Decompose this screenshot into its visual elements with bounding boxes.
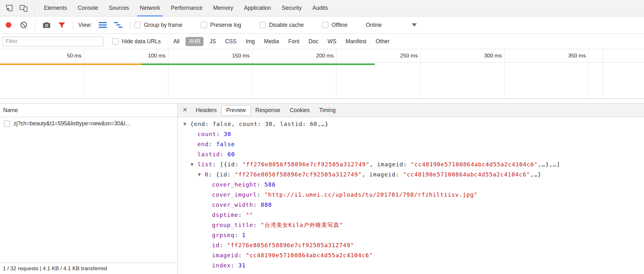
tree-part-name: cover_width bbox=[212, 201, 253, 208]
disable-cache-label: Disable cache bbox=[269, 22, 304, 28]
tree-part-name: dsptime bbox=[212, 211, 238, 218]
tree-line[interactable]: cover_width: 880 bbox=[178, 200, 644, 210]
filter-input[interactable] bbox=[2, 37, 103, 46]
tree-line[interactable]: ▼0: {id: "ff276e8056f58896e7cf92505a3127… bbox=[178, 170, 644, 180]
show-overview-waterfall-icon[interactable] bbox=[114, 21, 123, 29]
tree-line[interactable]: imageid: "cc48190e57100864abc4d55a2c4104… bbox=[178, 250, 644, 260]
screenshot-camera-icon[interactable] bbox=[42, 21, 51, 29]
tab-network[interactable]: Network bbox=[134, 0, 165, 16]
main-tabs: ElementsConsoleSourcesNetworkPerformance… bbox=[39, 0, 333, 16]
requests-summary: 1 / 32 requests | 4.1 KB / 4.1 KB transf… bbox=[3, 265, 107, 272]
checkbox-box bbox=[201, 22, 207, 28]
detail-tab-response[interactable]: Response bbox=[251, 105, 285, 116]
tree-line[interactable]: dsptime: "" bbox=[178, 210, 644, 220]
filter-pill-js[interactable]: JS bbox=[206, 37, 219, 46]
tree-part-plain: ,…} bbox=[530, 171, 542, 178]
file-icon bbox=[4, 121, 10, 127]
tab-audits[interactable]: Audits bbox=[307, 0, 333, 16]
tab-security[interactable]: Security bbox=[276, 0, 307, 16]
tree-part-name: lastid bbox=[197, 151, 220, 158]
device-toolbar-icon[interactable] bbox=[19, 4, 28, 12]
tree-part-plain: {end: false, count: 30, lastid: 60,…} bbox=[190, 121, 329, 127]
tree-line[interactable]: count: 30 bbox=[178, 129, 644, 139]
timeline-tick-label: 150 ms bbox=[232, 49, 250, 63]
tree-part-plain: : {id: bbox=[209, 171, 235, 178]
tree-part-str: "ff276e8056f58896e7cf92505a312749" bbox=[242, 161, 369, 168]
detail-pane: × HeadersPreviewResponseCookiesTiming ▼{… bbox=[178, 104, 644, 274]
tab-application[interactable]: Application bbox=[239, 0, 276, 16]
tree-part-str: "cc48190e57100864abc4d55a2c4104c6" bbox=[246, 252, 373, 259]
devtools-window: ElementsConsoleSourcesNetworkPerformance… bbox=[0, 0, 644, 274]
checkbox-box bbox=[134, 22, 141, 28]
checkbox-box bbox=[259, 22, 266, 28]
record-button[interactable] bbox=[6, 22, 11, 28]
timeline-tick-label: 250 ms bbox=[400, 49, 418, 63]
detail-tab-preview[interactable]: Preview bbox=[222, 105, 251, 116]
tab-elements[interactable]: Elements bbox=[39, 0, 72, 16]
tree-part-plain: , imageid: bbox=[370, 161, 411, 168]
tree-line[interactable]: id: "ff276e8056f58896e7cf92505a312749" bbox=[178, 240, 644, 250]
tree-line[interactable]: lastid: 60 bbox=[178, 149, 644, 159]
filter-funnel-icon[interactable] bbox=[58, 21, 66, 29]
tree-line[interactable]: grpseq: 1 bbox=[178, 230, 644, 240]
tree-line[interactable]: end: false bbox=[178, 139, 644, 149]
table-row[interactable]: zj?ch=beauty&t1=595&listtype=new&sn=30&l… bbox=[0, 117, 177, 130]
disable-cache-checkbox[interactable]: Disable cache bbox=[259, 22, 304, 28]
detail-tab-headers[interactable]: Headers bbox=[191, 105, 222, 116]
filter-pill-doc[interactable]: Doc bbox=[305, 37, 321, 46]
detail-tab-timing[interactable]: Timing bbox=[314, 105, 340, 116]
filter-pill-other[interactable]: Other bbox=[373, 37, 393, 46]
request-list: zj?ch=beauty&t1=595&listtype=new&sn=30&l… bbox=[0, 117, 177, 263]
tree-line[interactable]: cover_height: 586 bbox=[178, 180, 644, 190]
tab-performance[interactable]: Performance bbox=[166, 0, 208, 16]
expand-arrow-icon[interactable]: ▼ bbox=[191, 159, 197, 170]
timeline-overview[interactable]: 50 ms100 ms150 ms200 ms250 ms300 ms350 m… bbox=[0, 49, 644, 99]
tree-line[interactable]: cover_imgurl: "http://i1.umei.cc/uploads… bbox=[178, 190, 644, 200]
tree-line[interactable]: ▼list: [{id: "ff276e8056f58896e7cf92505a… bbox=[178, 159, 644, 170]
tree-part-str: "" bbox=[246, 211, 253, 218]
filter-bar: Hide data URLs AllXHRJSCSSImgMediaFontDo… bbox=[0, 34, 644, 49]
timeline-gridline bbox=[84, 49, 84, 98]
tree-part-num: 60 bbox=[228, 151, 235, 158]
name-column-header[interactable]: Name bbox=[0, 104, 177, 117]
expand-arrow-icon[interactable]: ▼ bbox=[183, 119, 190, 129]
hide-data-urls-checkbox[interactable]: Hide data URLs bbox=[112, 38, 161, 45]
expand-arrow-icon[interactable]: ▼ bbox=[198, 170, 205, 180]
clear-icon[interactable] bbox=[20, 21, 27, 29]
tree-line[interactable]: ▼{end: false, count: 30, lastid: 60,…} bbox=[178, 119, 644, 129]
filter-pill-font[interactable]: Font bbox=[285, 37, 302, 46]
filter-pill-xhr[interactable]: XHR bbox=[185, 37, 204, 46]
tree-part-str: "ff276e8056f58896e7cf92505a312749" bbox=[227, 242, 354, 248]
close-icon[interactable]: × bbox=[180, 106, 191, 115]
detail-tab-cookies[interactable]: Cookies bbox=[285, 105, 314, 116]
tab-console[interactable]: Console bbox=[72, 0, 103, 16]
filter-pill-all[interactable]: All bbox=[170, 37, 183, 46]
filter-pill-img[interactable]: Img bbox=[242, 37, 258, 46]
offline-checkbox[interactable]: Offline bbox=[322, 22, 347, 28]
tree-part-bool: false bbox=[216, 141, 235, 147]
tree-part-plain: : bbox=[231, 262, 238, 269]
timeline-tick-label: 100 ms bbox=[148, 49, 166, 63]
timeline-gridline bbox=[420, 49, 421, 98]
tree-line[interactable]: index: 31 bbox=[178, 260, 644, 271]
tab-memory[interactable]: Memory bbox=[208, 0, 239, 16]
timeline-tick-label: 50 ms bbox=[67, 49, 82, 63]
tab-sources[interactable]: Sources bbox=[103, 0, 134, 16]
throttling-dropdown[interactable]: Online bbox=[366, 22, 417, 28]
tree-part-plain: : bbox=[253, 201, 261, 208]
tree-line[interactable]: group_title: "台湾美女Kila户外唯美写真" bbox=[178, 220, 644, 230]
filter-pill-css[interactable]: CSS bbox=[222, 37, 240, 46]
filter-pill-ws[interactable]: WS bbox=[324, 37, 339, 46]
large-request-rows-icon[interactable] bbox=[98, 21, 107, 29]
timeline-gridline bbox=[252, 49, 252, 98]
tree-part-str: "cc48190e57100864abc4d55a2c4104c6" bbox=[411, 161, 538, 168]
preview-tree: ▼{end: false, count: 30, lastid: 60,…}co… bbox=[178, 117, 644, 274]
status-bar: 1 / 32 requests | 4.1 KB / 4.1 KB transf… bbox=[0, 263, 177, 274]
tree-part-plain: : bbox=[257, 191, 264, 198]
tree-part-num: 30 bbox=[224, 131, 231, 137]
inspect-element-icon[interactable] bbox=[5, 4, 14, 12]
filter-pill-manifest[interactable]: Manifest bbox=[343, 37, 370, 46]
preserve-log-checkbox[interactable]: Preserve log bbox=[201, 22, 241, 28]
group-by-frame-checkbox[interactable]: Group by frame bbox=[134, 22, 182, 28]
filter-pill-media[interactable]: Media bbox=[261, 37, 283, 46]
